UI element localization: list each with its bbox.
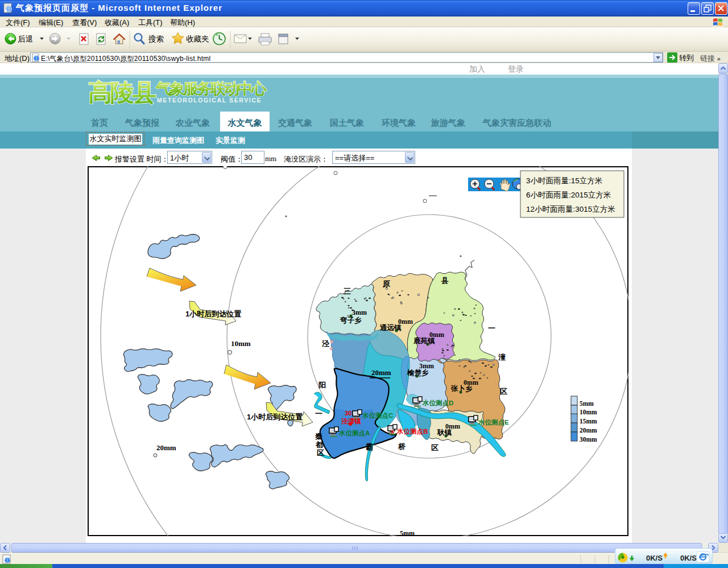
svg-text:泾: 泾 — [321, 339, 330, 348]
svg-text:水位测点C: 水位测点C — [362, 412, 393, 419]
svg-text:区: 区 — [317, 448, 324, 457]
svg-text:3小时面雨量:15立方米: 3小时面雨量:15立方米 — [526, 176, 602, 185]
svg-text:区: 区 — [500, 387, 507, 396]
svg-text:1小时后到达位置: 1小时后到达位置 — [185, 310, 241, 318]
svg-text:0K/S: 0K/S — [646, 554, 663, 562]
svg-text:15mm: 15mm — [580, 418, 597, 425]
svg-text:一: 一 — [315, 409, 322, 418]
svg-text:搜索: 搜索 — [148, 35, 164, 43]
svg-text:20mm: 20mm — [580, 427, 597, 434]
svg-text:10mm: 10mm — [231, 339, 251, 348]
svg-text:30mm: 30mm — [580, 436, 597, 443]
svg-text:水位测点E: 水位测点E — [478, 419, 509, 426]
svg-text:高陵县: 高陵县 — [88, 79, 156, 106]
svg-text:弯子乡: 弯子乡 — [340, 316, 362, 324]
svg-text:阳: 阳 — [318, 381, 326, 389]
svg-text:水位测点D: 水位测点D — [422, 400, 453, 407]
svg-text:水位测点A: 水位测点A — [338, 430, 370, 437]
svg-text:一: 一 — [488, 324, 495, 332]
svg-text:原: 原 — [382, 279, 390, 288]
svg-text:县: 县 — [441, 276, 449, 285]
svg-text:6小时面雨量:2015立方米: 6小时面雨量:2015立方米 — [526, 191, 611, 199]
svg-text:30: 30 — [345, 410, 351, 417]
svg-text:METEOROLOGICAL SERVICE: METEOROLOGICAL SERVICE — [157, 97, 262, 104]
svg-text:都: 都 — [315, 441, 324, 449]
svg-text:水位测点B: 水位测点B — [396, 428, 428, 435]
svg-text:5mm: 5mm — [580, 400, 594, 407]
svg-text:x: x — [391, 428, 395, 435]
svg-text:5mm: 5mm — [400, 529, 415, 536]
svg-text:区: 区 — [431, 443, 439, 452]
svg-text:20mm: 20mm — [156, 443, 176, 452]
svg-text:后退: 后退 — [18, 35, 33, 43]
svg-text:20mm: 20mm — [371, 368, 391, 377]
svg-text:秦: 秦 — [315, 432, 322, 441]
svg-text:0K/S: 0K/S — [680, 554, 697, 562]
svg-text:0mm: 0mm — [464, 378, 478, 386]
svg-text:12小时面雨量:3015立方米: 12小时面雨量:3015立方米 — [526, 205, 615, 213]
svg-text:霸: 霸 — [366, 443, 373, 451]
svg-text:三: 三 — [344, 287, 351, 295]
svg-text:0mm: 0mm — [429, 331, 444, 339]
svg-text:3mm: 3mm — [352, 308, 367, 316]
svg-text:气象服务联动中心: 气象服务联动中心 — [155, 80, 267, 97]
svg-text:10mm: 10mm — [580, 409, 597, 415]
svg-text:转到: 转到 — [679, 53, 694, 62]
svg-text:潼: 潼 — [498, 353, 506, 361]
svg-text:桥: 桥 — [398, 442, 406, 451]
svg-text:3mm: 3mm — [419, 362, 434, 370]
svg-text:0mm: 0mm — [445, 422, 460, 430]
svg-text:0mm: 0mm — [398, 318, 413, 326]
svg-text:1小时后到达位置: 1小时后到达位置 — [247, 413, 303, 421]
svg-text:收藏夹: 收藏夹 — [186, 35, 209, 43]
